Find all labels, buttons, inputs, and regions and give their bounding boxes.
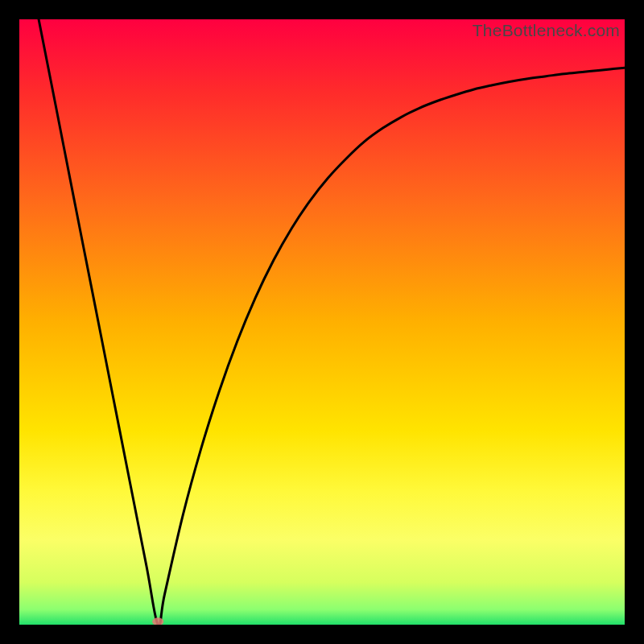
gradient-background: [19, 19, 625, 625]
bottleneck-chart: [19, 19, 625, 625]
chart-frame: TheBottleneck.com: [19, 19, 625, 625]
watermark-text: TheBottleneck.com: [473, 21, 620, 40]
